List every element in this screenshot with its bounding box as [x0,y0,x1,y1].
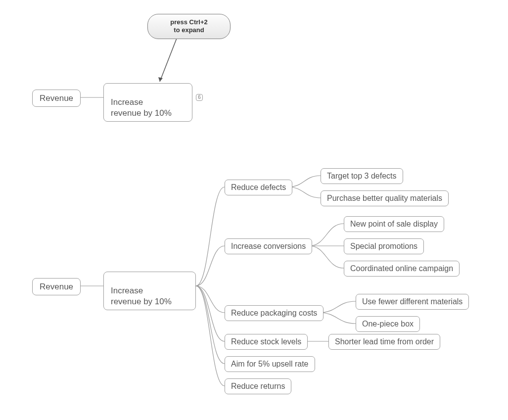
node-label: Shorter lead time from order [335,337,434,346]
node-shorter-lead-time[interactable]: Shorter lead time from order [328,334,440,350]
node-label: Reduce defects [231,183,286,191]
tooltip-line2: to expand [174,26,204,34]
node-label: Aim for 5% upsell rate [231,360,309,368]
node-increase-conversions[interactable]: Increase conversions [225,238,312,254]
tooltip-line1: press Ctrl+2 [170,18,208,26]
svg-marker-2 [158,77,163,82]
node-increase-revenue-bottom[interactable]: Increase revenue by 10% [103,272,196,310]
node-reduce-stock[interactable]: Reduce stock levels [225,334,308,350]
node-label: Revenue [40,93,73,103]
node-upsell-rate[interactable]: Aim for 5% upsell rate [225,356,315,372]
node-label: One-piece box [362,320,414,328]
node-label: Use fewer different materials [362,297,462,306]
node-label: Purchase better quality materials [327,194,442,202]
node-better-materials[interactable]: Purchase better quality materials [321,190,449,206]
node-reduce-returns[interactable]: Reduce returns [225,378,291,394]
tooltip-expand: press Ctrl+2 to expand [147,14,231,39]
node-label: Increase conversions [231,242,306,250]
child-count-badge[interactable]: 6 [196,94,203,101]
node-revenue-bottom[interactable]: Revenue [32,278,81,295]
node-label: Reduce packaging costs [231,309,317,317]
node-label: Reduce returns [231,382,285,390]
svg-line-1 [160,39,177,82]
node-label: Revenue [40,282,73,291]
node-label: Increase revenue by 10% [111,286,172,306]
node-label: Coordinated online campaign [350,264,453,273]
node-increase-revenue-top[interactable]: Increase revenue by 10% [103,83,192,122]
node-label: New point of sale display [350,220,438,228]
node-fewer-materials[interactable]: Use fewer different materials [356,294,469,310]
badge-value: 6 [198,94,201,100]
node-label: Reduce stock levels [231,337,301,346]
node-reduce-packaging[interactable]: Reduce packaging costs [225,305,323,321]
node-online-campaign[interactable]: Coordinated online campaign [344,261,460,277]
node-label: Special promotions [350,242,417,250]
node-one-piece-box[interactable]: One-piece box [356,316,420,332]
node-special-promotions[interactable]: Special promotions [344,238,424,254]
node-reduce-defects[interactable]: Reduce defects [225,180,292,195]
node-target-top-3-defects[interactable]: Target top 3 defects [321,168,403,184]
node-revenue-top[interactable]: Revenue [32,90,81,107]
node-label: Increase revenue by 10% [111,97,172,117]
diagram-canvas: { "tooltip": {"line1": "press Ctrl+2", "… [0,0,508,420]
node-label: Target top 3 defects [327,172,397,180]
node-pos-display[interactable]: New point of sale display [344,216,444,232]
